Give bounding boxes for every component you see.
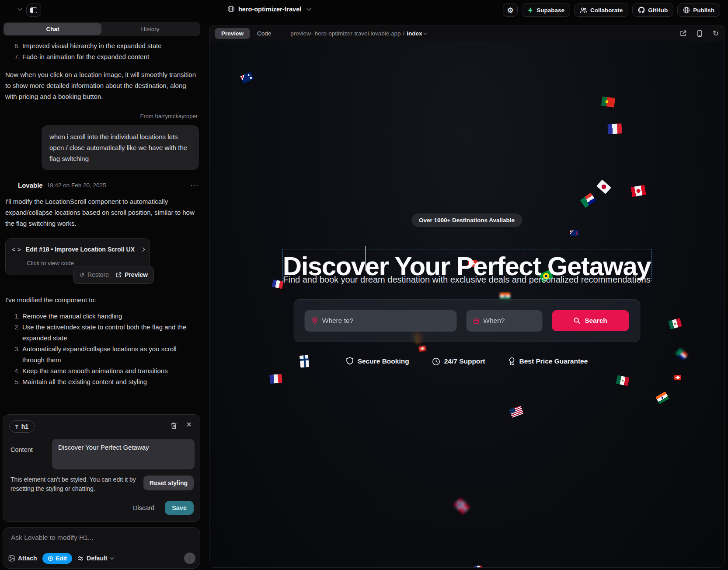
image-icon: [8, 555, 15, 562]
list-item: 6.Improved visual hierarchy in the expan…: [3, 40, 200, 51]
flag-in-decoration: [655, 392, 669, 404]
chevron-down-icon: [110, 556, 113, 560]
assistant-paragraph: Now when you click on a location image, …: [5, 69, 199, 102]
chevron-down-icon: [18, 7, 22, 11]
mobile-view-icon[interactable]: [697, 30, 702, 37]
flag-mx-decoration: [668, 318, 682, 330]
gear-icon: ⚙: [507, 6, 513, 14]
lovable-logo-menu[interactable]: [5, 4, 21, 14]
flag-fr-decoration: [607, 123, 622, 134]
code-icon: < >: [12, 244, 21, 255]
open-in-new-tab-icon[interactable]: [680, 30, 686, 37]
preview-toolbar: Preview Code preview--hero-optimizer-tra…: [209, 25, 724, 41]
list-item: 3.Automatically expand/collapse location…: [3, 343, 200, 365]
list-item: 7.Fade-in animation for the expanded con…: [3, 51, 200, 62]
message-timestamp: 18:42 on Feb 20, 2025: [47, 180, 106, 191]
project-switcher[interactable]: hero-optimizer-travel: [227, 5, 310, 13]
settings-button[interactable]: ⚙: [503, 3, 518, 17]
chevron-right-icon: [141, 248, 145, 252]
restore-button[interactable]: ↺ Restore: [79, 269, 109, 280]
feature-support: 24/7 Support: [432, 357, 485, 366]
flag-pt-decoration: [601, 96, 616, 108]
flag-fr-decoration: [474, 566, 482, 567]
flag-ch-decoration: [418, 346, 426, 352]
assistant-paragraph: I'll modify the LocationScroll component…: [5, 196, 199, 229]
destinations-badge: Over 1000+ Destinations Available: [411, 213, 522, 227]
user-message-bubble: when i scroll into the individual locati…: [42, 125, 199, 170]
discard-button[interactable]: Discard: [133, 504, 154, 511]
external-link-icon: [116, 272, 122, 278]
flag-au-decoration: [240, 71, 254, 84]
supabase-bolt-icon: [527, 7, 533, 14]
assistant-name: Lovable: [18, 180, 43, 191]
sidebar-tab-bar: Chat History: [3, 22, 200, 36]
message-author-label: From harrymckayroper: [3, 111, 200, 122]
composer-input[interactable]: [11, 534, 190, 542]
chevron-down-icon: [307, 6, 311, 10]
where-to-field[interactable]: [304, 310, 456, 332]
restore-icon: ↺: [79, 269, 84, 280]
styling-note: This element can't be styled. You can ed…: [10, 475, 147, 493]
version-actions: ↺ Restore Preview: [73, 266, 154, 284]
tab-preview[interactable]: Preview: [215, 28, 250, 39]
flag-ca-decoration: [630, 185, 646, 197]
refresh-icon[interactable]: ↻: [713, 29, 719, 38]
search-card: Search: [293, 299, 640, 342]
attach-button[interactable]: Attach: [8, 555, 37, 562]
people-icon: [580, 7, 587, 14]
url-breadcrumb[interactable]: preview--hero-optimizer-travel.lovable.a…: [290, 30, 427, 37]
save-button[interactable]: Save: [165, 501, 194, 515]
send-button[interactable]: ↑: [184, 553, 195, 564]
globe-icon: [227, 5, 235, 13]
feature-secure-booking: Secure Booking: [346, 357, 409, 366]
location-pin-icon: [311, 317, 318, 325]
flag-za-decoration: [580, 192, 596, 208]
sliders-icon: [77, 556, 84, 561]
where-to-input[interactable]: [322, 317, 449, 325]
chevron-down-icon: [424, 31, 427, 35]
flag-mx-decoration: [616, 375, 630, 386]
url-domain: preview--hero-optimizer-travel.lovable.a…: [290, 30, 401, 37]
project-name: hero-optimizer-travel: [238, 6, 301, 13]
mode-selector[interactable]: Default: [77, 555, 113, 562]
list-item: 4.Keep the same smooth animations and tr…: [3, 365, 200, 376]
collaborate-button[interactable]: Collaborate: [574, 3, 628, 17]
when-input[interactable]: [483, 317, 535, 325]
flag-us-decoration: [509, 406, 523, 418]
reset-styling-button[interactable]: Reset styling: [143, 476, 194, 490]
edit-version-card[interactable]: < > Edit #18 • Improve Location Scroll U…: [5, 238, 150, 275]
assistant-message-header: Lovable 18:42 on Feb 20, 2025 ···: [5, 180, 199, 191]
arrow-up-icon: ↑: [188, 555, 192, 562]
github-button[interactable]: GitHub: [632, 3, 673, 17]
search-button[interactable]: Search: [552, 310, 629, 331]
toggle-sidebar-button[interactable]: [26, 3, 41, 17]
url-page: index: [407, 30, 422, 37]
trash-icon[interactable]: [171, 422, 177, 430]
close-icon[interactable]: ×: [186, 420, 192, 430]
shield-icon: [346, 357, 354, 366]
target-icon: [48, 556, 53, 561]
tab-code[interactable]: Code: [253, 28, 275, 39]
list-item: 5.Maintain all the existing content and …: [3, 376, 200, 387]
chat-scroll-area[interactable]: 6.Improved visual hierarchy in the expan…: [3, 40, 200, 411]
assistant-paragraph: I've modified the component to:: [5, 294, 199, 305]
flag-ch-decoration: [674, 375, 681, 380]
lovable-heart-icon: [5, 4, 16, 14]
globe-icon: [683, 7, 690, 14]
clock-icon: [432, 357, 440, 366]
content-label: Content: [10, 446, 33, 453]
content-textarea[interactable]: Discover Your Perfect Getaway: [52, 439, 195, 469]
list-item: 2.Use the activeIndex state to control b…: [3, 322, 200, 343]
more-options-icon[interactable]: ···: [190, 180, 199, 191]
when-field[interactable]: [466, 310, 542, 332]
top-bar: hero-optimizer-travel ⚙ Supabase Collabo…: [0, 0, 728, 20]
tab-chat[interactable]: Chat: [4, 23, 101, 35]
tab-history[interactable]: History: [101, 23, 199, 35]
supabase-button[interactable]: Supabase: [522, 3, 570, 17]
list-item: 1.Remove the manual click handling: [3, 311, 200, 322]
flag-no-decoration: [454, 498, 470, 514]
publish-button[interactable]: Publish: [677, 3, 720, 17]
preview-version-button[interactable]: Preview: [116, 269, 148, 280]
hero-subtitle: Find and book your dream destination wit…: [209, 275, 724, 285]
edit-mode-button[interactable]: Edit: [42, 553, 73, 564]
